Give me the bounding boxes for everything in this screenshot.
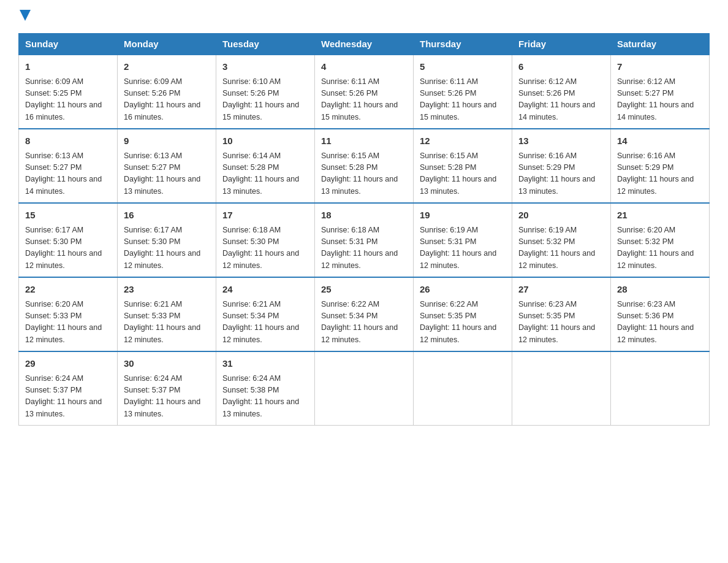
day-info: Sunrise: 6:14 AMSunset: 5:28 PMDaylight:…	[222, 150, 308, 198]
day-number: 6	[518, 60, 604, 74]
day-number: 4	[321, 60, 407, 74]
day-number: 23	[124, 283, 210, 297]
logo-triangle-icon	[20, 10, 31, 21]
column-header-friday: Friday	[512, 34, 611, 55]
column-header-tuesday: Tuesday	[216, 34, 315, 55]
day-info: Sunrise: 6:22 AMSunset: 5:34 PMDaylight:…	[321, 299, 407, 347]
calendar-week-row: 1Sunrise: 6:09 AMSunset: 5:25 PMDaylight…	[19, 55, 710, 129]
day-number: 14	[617, 134, 703, 148]
day-info: Sunrise: 6:17 AMSunset: 5:30 PMDaylight:…	[124, 224, 210, 272]
day-number: 16	[124, 209, 210, 223]
column-header-wednesday: Wednesday	[315, 34, 414, 55]
day-info: Sunrise: 6:20 AMSunset: 5:32 PMDaylight:…	[617, 224, 703, 272]
day-info: Sunrise: 6:11 AMSunset: 5:26 PMDaylight:…	[420, 76, 506, 124]
day-info: Sunrise: 6:21 AMSunset: 5:34 PMDaylight:…	[222, 299, 308, 347]
calendar-cell	[414, 351, 512, 426]
day-number: 15	[25, 209, 111, 223]
day-number: 30	[124, 357, 210, 371]
day-info: Sunrise: 6:10 AMSunset: 5:26 PMDaylight:…	[222, 76, 308, 124]
day-number: 20	[518, 209, 604, 223]
calendar-cell: 20Sunrise: 6:19 AMSunset: 5:32 PMDayligh…	[512, 203, 611, 277]
day-info: Sunrise: 6:24 AMSunset: 5:37 PMDaylight:…	[124, 373, 210, 421]
day-info: Sunrise: 6:24 AMSunset: 5:37 PMDaylight:…	[25, 373, 111, 421]
day-info: Sunrise: 6:09 AMSunset: 5:25 PMDaylight:…	[25, 76, 111, 124]
day-number: 28	[617, 283, 703, 297]
calendar-cell: 25Sunrise: 6:22 AMSunset: 5:34 PMDayligh…	[315, 277, 414, 351]
calendar-cell: 29Sunrise: 6:24 AMSunset: 5:37 PMDayligh…	[19, 351, 118, 426]
day-info: Sunrise: 6:12 AMSunset: 5:26 PMDaylight:…	[518, 76, 604, 124]
calendar-cell: 16Sunrise: 6:17 AMSunset: 5:30 PMDayligh…	[118, 203, 216, 277]
day-info: Sunrise: 6:09 AMSunset: 5:26 PMDaylight:…	[124, 76, 210, 124]
day-number: 17	[222, 209, 308, 223]
day-info: Sunrise: 6:22 AMSunset: 5:35 PMDaylight:…	[420, 299, 506, 347]
day-info: Sunrise: 6:16 AMSunset: 5:29 PMDaylight:…	[518, 150, 604, 198]
calendar-cell	[611, 351, 710, 426]
calendar-cell: 5Sunrise: 6:11 AMSunset: 5:26 PMDaylight…	[414, 55, 512, 129]
day-number: 24	[222, 283, 308, 297]
column-header-saturday: Saturday	[611, 34, 710, 55]
day-number: 26	[420, 283, 506, 297]
day-number: 22	[25, 283, 111, 297]
day-info: Sunrise: 6:15 AMSunset: 5:28 PMDaylight:…	[321, 150, 407, 198]
day-number: 31	[222, 357, 308, 371]
calendar-cell: 11Sunrise: 6:15 AMSunset: 5:28 PMDayligh…	[315, 129, 414, 203]
calendar-cell: 8Sunrise: 6:13 AMSunset: 5:27 PMDaylight…	[19, 129, 118, 203]
day-info: Sunrise: 6:20 AMSunset: 5:33 PMDaylight:…	[25, 299, 111, 347]
calendar-cell: 7Sunrise: 6:12 AMSunset: 5:27 PMDaylight…	[611, 55, 710, 129]
calendar-cell: 14Sunrise: 6:16 AMSunset: 5:29 PMDayligh…	[611, 129, 710, 203]
column-header-thursday: Thursday	[414, 34, 512, 55]
day-number: 25	[321, 283, 407, 297]
calendar-cell	[315, 351, 414, 426]
calendar-cell: 28Sunrise: 6:23 AMSunset: 5:36 PMDayligh…	[611, 277, 710, 351]
calendar-table: SundayMondayTuesdayWednesdayThursdayFrid…	[18, 33, 710, 426]
calendar-week-row: 15Sunrise: 6:17 AMSunset: 5:30 PMDayligh…	[19, 203, 710, 277]
day-info: Sunrise: 6:16 AMSunset: 5:29 PMDaylight:…	[617, 150, 703, 198]
calendar-week-row: 8Sunrise: 6:13 AMSunset: 5:27 PMDaylight…	[19, 129, 710, 203]
calendar-cell: 31Sunrise: 6:24 AMSunset: 5:38 PMDayligh…	[216, 351, 315, 426]
day-info: Sunrise: 6:17 AMSunset: 5:30 PMDaylight:…	[25, 224, 111, 272]
day-number: 5	[420, 60, 506, 74]
svg-marker-0	[20, 10, 31, 21]
day-info: Sunrise: 6:23 AMSunset: 5:36 PMDaylight:…	[617, 299, 703, 347]
day-info: Sunrise: 6:19 AMSunset: 5:31 PMDaylight:…	[420, 224, 506, 272]
calendar-cell: 26Sunrise: 6:22 AMSunset: 5:35 PMDayligh…	[414, 277, 512, 351]
calendar-week-row: 29Sunrise: 6:24 AMSunset: 5:37 PMDayligh…	[19, 351, 710, 426]
calendar-cell: 21Sunrise: 6:20 AMSunset: 5:32 PMDayligh…	[611, 203, 710, 277]
calendar-cell: 4Sunrise: 6:11 AMSunset: 5:26 PMDaylight…	[315, 55, 414, 129]
day-number: 18	[321, 209, 407, 223]
day-info: Sunrise: 6:13 AMSunset: 5:27 PMDaylight:…	[25, 150, 111, 198]
page-header	[18, 12, 710, 21]
logo	[18, 12, 31, 21]
day-info: Sunrise: 6:23 AMSunset: 5:35 PMDaylight:…	[518, 299, 604, 347]
calendar-cell: 10Sunrise: 6:14 AMSunset: 5:28 PMDayligh…	[216, 129, 315, 203]
day-info: Sunrise: 6:12 AMSunset: 5:27 PMDaylight:…	[617, 76, 703, 124]
calendar-cell: 12Sunrise: 6:15 AMSunset: 5:28 PMDayligh…	[414, 129, 512, 203]
day-number: 11	[321, 134, 407, 148]
day-info: Sunrise: 6:15 AMSunset: 5:28 PMDaylight:…	[420, 150, 506, 198]
calendar-cell: 22Sunrise: 6:20 AMSunset: 5:33 PMDayligh…	[19, 277, 118, 351]
column-header-monday: Monday	[118, 34, 216, 55]
calendar-cell: 3Sunrise: 6:10 AMSunset: 5:26 PMDaylight…	[216, 55, 315, 129]
day-info: Sunrise: 6:19 AMSunset: 5:32 PMDaylight:…	[518, 224, 604, 272]
day-info: Sunrise: 6:24 AMSunset: 5:38 PMDaylight:…	[222, 373, 308, 421]
calendar-cell: 6Sunrise: 6:12 AMSunset: 5:26 PMDaylight…	[512, 55, 611, 129]
calendar-cell: 15Sunrise: 6:17 AMSunset: 5:30 PMDayligh…	[19, 203, 118, 277]
calendar-cell: 13Sunrise: 6:16 AMSunset: 5:29 PMDayligh…	[512, 129, 611, 203]
calendar-cell: 24Sunrise: 6:21 AMSunset: 5:34 PMDayligh…	[216, 277, 315, 351]
day-number: 7	[617, 60, 703, 74]
day-info: Sunrise: 6:13 AMSunset: 5:27 PMDaylight:…	[124, 150, 210, 198]
day-number: 21	[617, 209, 703, 223]
day-number: 2	[124, 60, 210, 74]
day-number: 27	[518, 283, 604, 297]
calendar-cell: 1Sunrise: 6:09 AMSunset: 5:25 PMDaylight…	[19, 55, 118, 129]
day-number: 29	[25, 357, 111, 371]
day-info: Sunrise: 6:18 AMSunset: 5:30 PMDaylight:…	[222, 224, 308, 272]
day-number: 13	[518, 134, 604, 148]
day-number: 12	[420, 134, 506, 148]
calendar-cell: 27Sunrise: 6:23 AMSunset: 5:35 PMDayligh…	[512, 277, 611, 351]
day-number: 8	[25, 134, 111, 148]
day-number: 3	[222, 60, 308, 74]
day-number: 10	[222, 134, 308, 148]
calendar-cell: 30Sunrise: 6:24 AMSunset: 5:37 PMDayligh…	[118, 351, 216, 426]
day-info: Sunrise: 6:18 AMSunset: 5:31 PMDaylight:…	[321, 224, 407, 272]
